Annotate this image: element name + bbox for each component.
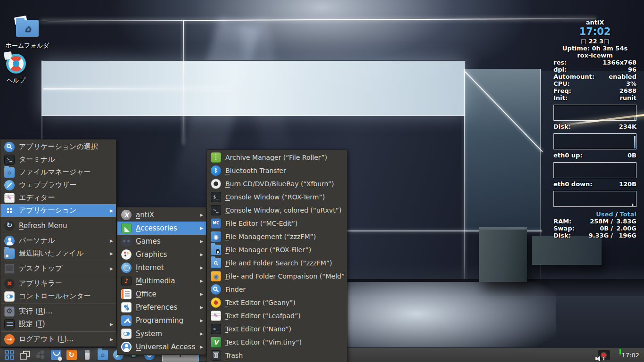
menu-item-burn-cd-dvd[interactable]: Burn CD/DVD/BlueRay (“Xfburn”) [207,177,347,190]
menu-item-control-center[interactable]: コントロールセンター [0,290,116,303]
menu-item-label: Universal Access [136,343,196,351]
leafpad-icon: ✎ [211,311,221,321]
menu-item-office[interactable]: Office▶ [117,288,206,301]
conky-eth0-up-label: eth0 up: [553,152,583,159]
menu-item-text-editor-geany[interactable]: Text Editor (“Geany”) [207,296,347,309]
conky-stat-row: res:644x362 [553,59,636,66]
menu-item-label: 実行 (R)... [19,307,113,316]
settings-icon [4,319,15,329]
conky-hostname: antiX [553,19,636,26]
menu-item-label: File- and Folder Comparison (“Meld”) [225,272,344,280]
conky-stat-row: dpi:96 [553,66,636,73]
menu-item-applications[interactable]: アプリケーション▶ [0,204,116,217]
menu-item-console-urxvt[interactable]: >_Console Window, colored (“uRxvt”) [207,204,347,217]
menu-item-universal-access[interactable]: Universal Access▶ [117,340,206,354]
menu-item-text-editor-leafpad[interactable]: ✎Text Editor (“Leafpad”) [207,309,347,322]
menu-item-console-rox-term[interactable]: $_Console Window (“ROX-Term”) [207,190,347,204]
menu-item-text-editor-vim-tiny[interactable]: VText Editor (“Vim.tiny”) [207,336,347,349]
menu-item-editor[interactable]: ✎エディター [0,191,116,204]
menu-item-label: Burn CD/DVD/BlueRay (“Xfburn”) [225,180,344,188]
home-folder-icon: ⌂ [16,20,39,39]
submenu-arrow-icon: ▶ [110,239,113,243]
menu-item-antix[interactable]: XantiX▶ [117,208,206,222]
menu-item-label: Preferences [136,303,196,312]
submenu-arrow-icon: ▶ [200,331,203,336]
desktop-icon-home-folder[interactable]: ⌂ ホームフォルダ [5,20,50,50]
menu-separator [1,218,116,218]
conky-eth0-down-graph [553,191,636,207]
menu-item-system[interactable]: System▶ [117,327,206,340]
submenu-arrow-icon: ▶ [200,226,203,230]
menu-item-file-folder-search[interactable]: File and Folder Search (“zzzFM”) [207,256,347,270]
menu-item-settings[interactable]: 設定 (T)▶ [0,318,116,330]
menu-item-bluetooth-transfer[interactable]: ᛒBluetooth Transfer [207,164,347,177]
show-desktop-button[interactable] [34,349,47,362]
menu-item-refresh-menu[interactable]: ↻Refresh Menu [0,219,116,232]
menu-item-label: Internet [136,263,196,272]
menu-item-accessories[interactable]: Accessories▶ [117,222,206,235]
menu-item-multimedia[interactable]: ♪Multimedia▶ [117,274,206,288]
menu-item-graphics[interactable]: Graphics▶ [117,248,206,261]
menu-item-text-editor-nano[interactable]: >_Text Editor (“Nano”) [207,322,347,336]
conky-usage: RAM:258M/3.83GSwap:0B/2.00GDisk:9.33G/19… [553,218,636,239]
submenu-arrow-icon: ▶ [110,251,113,256]
menu-separator [1,233,116,233]
conky-monitor: antiX 17:02 □ 22 3□ Uptime: 0h 3m 54s ro… [553,19,636,239]
menu-item-programming[interactable]: Programming▶ [117,314,206,327]
removable-media-button[interactable] [81,349,93,362]
menu-item-desktop[interactable]: デスクトップ▶ [0,262,116,275]
menu-item-label: Programming [136,316,196,325]
menu-item-personal[interactable]: パーソナル▶ [0,234,116,247]
conky-usage-row: Disk:9.33G/196G [553,232,636,239]
menu-item-games[interactable]: Games▶ [117,235,206,248]
menu-item-application-select[interactable]: アプリケーションの選択 [0,140,116,153]
dgrid-icon [38,352,40,354]
folder-icon: ⌂ [98,350,108,360]
menu-item-terminal[interactable]: >_ターミナル [0,153,116,166]
menu-item-file-management-zzzfm[interactable]: ◉File Management (“zzzFM”) [207,230,347,243]
menu-item-label: File Manager (“ROX-Filer”) [225,246,344,254]
universal-icon [121,342,132,352]
conky-usage-header: Used / Total [553,211,636,218]
conky-disk-io-label: Disk: [553,123,571,130]
applications-submenu: XantiX▶Accessories▶Games▶Graphics▶Intern… [117,207,206,355]
conky-stat-row: Automount:enabled [553,73,636,80]
conky-usage-row: RAM:258M/3.83G [553,218,636,225]
menu-item-label: Graphics [136,250,196,259]
menu-item-archive-manager[interactable]: Archive Manager (“File Roller”) [207,151,347,164]
submenu-arrow-icon: ▶ [200,252,203,257]
menu-item-internet[interactable]: Internet▶ [117,261,206,274]
graphics-icon [121,249,132,260]
package-installer-button[interactable] [50,349,62,362]
menu-item-file-manager-rox-filer[interactable]: File Manager (“ROX-Filer”) [207,243,347,256]
menu-item-file-folder-comparison-meld[interactable]: ◉File- and Folder Comparison (“Meld”) [207,270,347,283]
menu-item-logout[interactable]: →ログアウト (L)...▶ [0,333,116,346]
menu-item-web-browser[interactable]: ウェブブラウザー [0,179,116,191]
menu-item-trash[interactable]: Trash [207,349,347,362]
editor-icon: ✎ [4,193,15,203]
menu-item-recent-files[interactable]: 最近開いたファイル▶ [0,247,116,260]
file-manager-button[interactable]: ⌂ [96,349,109,362]
killer-icon: ✖ [4,279,15,289]
menu-item-file-editor-mc-edit[interactable]: MCFile Editor (“MC-Edit”) [207,217,347,230]
multimedia-icon: ♪ [121,276,132,286]
menu-item-file-manager[interactable]: ⌂ファイルマネージャー [0,166,116,179]
conky-eth0-down-value: 120B [619,181,636,188]
trash-icon [211,350,221,361]
root-menu: アプリケーションの選択>_ターミナル⌂ファイルマネージャーウェブブラウザー✎エデ… [0,139,116,347]
conky-stat-row: Freq:2688 [553,87,636,94]
icewm-icon [5,350,14,360]
logout-icon: → [4,334,15,345]
desktop-icon-help[interactable]: ヘルプ [0,54,39,85]
start-menu-button[interactable] [3,349,16,362]
submenu-arrow-icon: ▶ [200,318,203,323]
menu-item-finder[interactable]: Finder [207,283,347,296]
menu-item-label: ウェブブラウザー [19,181,113,189]
updater-button[interactable]: ↻ [65,349,78,362]
menu-item-run[interactable]: ⚙実行 (R)... [0,305,116,318]
window-list-button[interactable] [18,349,31,362]
conky-stat-row: Init:runit [553,94,636,101]
menu-item-app-killer[interactable]: ✖アプリキラー [0,277,116,290]
menu-item-preferences[interactable]: Preferences▶ [117,301,206,314]
menu-item-label: antiX [136,211,196,219]
